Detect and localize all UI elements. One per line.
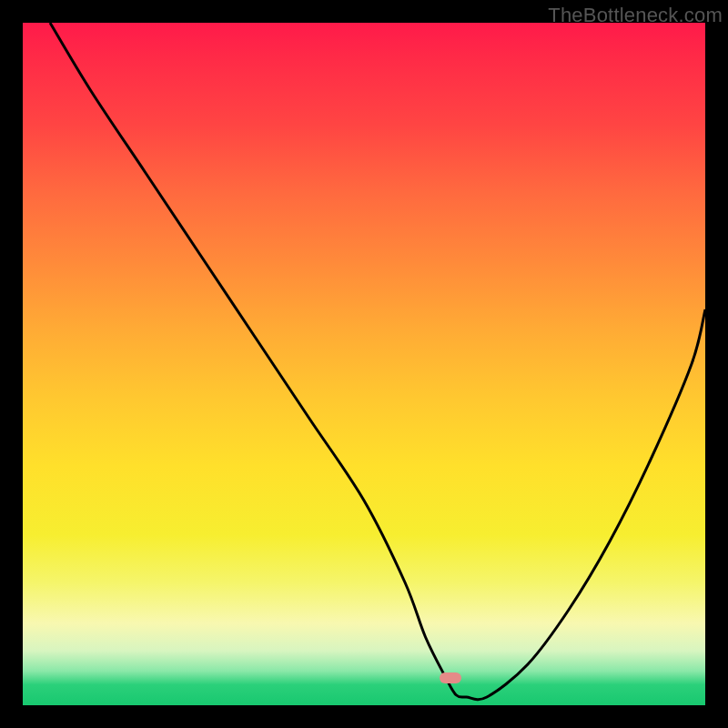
watermark-text: TheBottleneck.com <box>548 4 723 27</box>
optimum-marker <box>440 672 461 683</box>
curve-path <box>50 23 705 700</box>
outer-frame: TheBottleneck.com <box>0 0 728 728</box>
bottleneck-curve <box>23 23 705 705</box>
